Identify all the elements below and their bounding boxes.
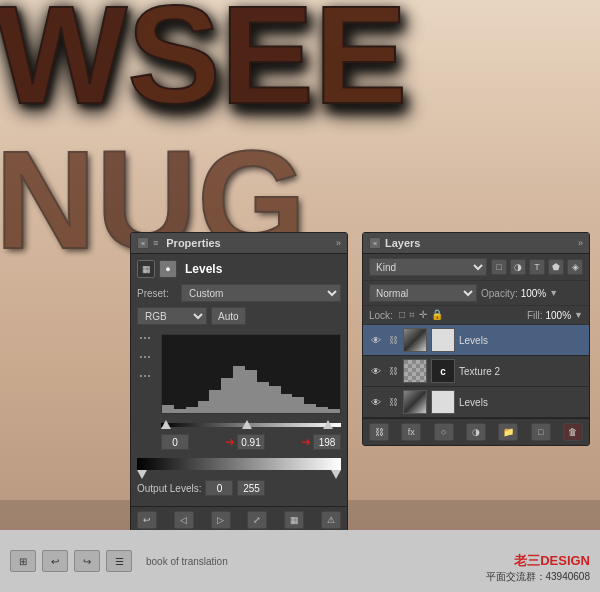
shape-filter-icon[interactable]: ⬟ [548, 259, 564, 275]
layer-link-3: ⛓ [387, 396, 399, 408]
max-arrow-icon: ➜ [301, 435, 311, 449]
layer-item-texture2[interactable]: 👁 ⛓ c Texture 2 [363, 356, 589, 387]
channel-row: RGB Auto [137, 307, 341, 325]
midtone-slider-handle[interactable] [242, 420, 252, 429]
layer-name-levels-2: Levels [459, 397, 583, 408]
bottom-bar: ⊞ ↩ ↪ ☰ book of translation 老三DESIGN 平面交… [0, 530, 600, 592]
opacity-row: Opacity: 100% ▼ [481, 288, 583, 299]
properties-panel-header: × ≡ Properties » [131, 233, 347, 254]
layer-thumbnail-texture2 [403, 359, 427, 383]
lock-pixel-icon[interactable]: □ [399, 309, 405, 321]
output-levels-label: Output Levels: [137, 483, 201, 494]
output-gradient-section [137, 458, 341, 470]
layer-item-levels-2[interactable]: 👁 ⛓ Levels [363, 387, 589, 418]
histogram-container: 0 ➜ 0.91 ➜ 198 [161, 330, 341, 454]
levels-header-row: ▦ ● Levels [137, 260, 341, 278]
layer-name-levels-1: Levels [459, 335, 583, 346]
lock-label: Lock: [369, 310, 393, 321]
lock-row: Lock: □ ⌗ ✛ 🔒 Fill: 100% ▼ [363, 306, 589, 325]
layer-mask-thumbnail-levels-1 [431, 328, 455, 352]
layer-link-1: ⛓ [387, 334, 399, 346]
layers-panel: × Layers » Kind □ ◑ T ⬟ ◈ Normal Opacity… [362, 232, 590, 446]
layer-thumbnail-levels-1 [403, 328, 427, 352]
smartobj-filter-icon[interactable]: ◈ [567, 259, 583, 275]
white-slider-handle[interactable] [323, 420, 333, 429]
type-filter-icon[interactable]: T [529, 259, 545, 275]
brand-name: 老三DESIGN [486, 552, 591, 570]
input-levels-slider[interactable] [161, 418, 341, 432]
levels-toggle-icon[interactable]: ● [159, 260, 177, 278]
link-layers-icon[interactable]: ⛓ [369, 423, 389, 441]
output-max-handle[interactable] [331, 470, 341, 479]
max-value: ➜ 198 [301, 434, 341, 450]
previous-state-icon[interactable]: ◁ [174, 511, 194, 529]
black-value: 0 [161, 434, 189, 450]
output-max-input[interactable] [237, 480, 265, 496]
bottom-icon-4[interactable]: ☰ [106, 550, 132, 572]
opacity-dropdown-icon[interactable]: ▼ [549, 288, 558, 298]
layers-panel-bottom: ⛓ fx ○ ◑ 📁 □ 🗑 [363, 418, 589, 445]
output-min-handle[interactable] [137, 470, 147, 479]
properties-close-button[interactable]: × [137, 237, 149, 249]
add-style-icon[interactable]: fx [401, 423, 421, 441]
fill-value: 100% [546, 310, 572, 321]
canvas-text-row1: WSEE [0, 0, 407, 125]
channel-select[interactable]: RGB [137, 307, 207, 325]
properties-panel-bottom-icons: ↩ ◁ ▷ ⤢ ▦ ⚠ [131, 506, 347, 533]
output-gradient-bar [137, 458, 341, 470]
eyedropper-tools: ⋯ ⋯ ⋯ [137, 330, 153, 454]
fill-dropdown-icon[interactable]: ▼ [574, 310, 583, 320]
layer-visibility-toggle-2[interactable]: 👁 [369, 364, 383, 378]
community-id: 平面交流群：43940608 [486, 570, 591, 584]
next-state-icon[interactable]: ▷ [211, 511, 231, 529]
bottom-icon-3[interactable]: ↪ [74, 550, 100, 572]
new-layer-icon[interactable]: □ [531, 423, 551, 441]
layer-visibility-toggle-3[interactable]: 👁 [369, 395, 383, 409]
max-value-input[interactable]: 198 [313, 434, 341, 450]
adjustment-layer-icon[interactable]: ◑ [466, 423, 486, 441]
layer-link-2: ⛓ [387, 365, 399, 377]
black-eyedropper-button[interactable]: ⋯ [137, 330, 153, 346]
properties-panel: × ≡ Properties » ▦ ● Levels Preset: Cust… [130, 232, 348, 534]
blend-mode-select[interactable]: Normal [369, 284, 477, 302]
properties-adjustment-icon[interactable]: ▦ [284, 511, 304, 529]
lock-all-icon[interactable]: 🔒 [431, 309, 443, 321]
properties-panel-title: Properties [166, 237, 220, 249]
mid-arrow-icon: ➜ [225, 435, 235, 449]
bottom-icon-1[interactable]: ⊞ [10, 550, 36, 572]
lock-icons: □ ⌗ ✛ 🔒 [399, 309, 443, 321]
bottom-icon-2[interactable]: ↩ [42, 550, 68, 572]
preset-select[interactable]: Custom [181, 284, 341, 302]
new-group-icon[interactable]: 📁 [498, 423, 518, 441]
reset-icon[interactable]: ↩ [137, 511, 157, 529]
properties-collapse-button[interactable]: » [336, 238, 341, 248]
layer-mask-thumbnail-texture2: c [431, 359, 455, 383]
black-slider-handle[interactable] [161, 420, 171, 429]
gray-eyedropper-button[interactable]: ⋯ [137, 349, 153, 365]
auto-button[interactable]: Auto [211, 307, 246, 325]
white-eyedropper-button[interactable]: ⋯ [137, 368, 153, 384]
kind-filter-select[interactable]: Kind [369, 258, 487, 276]
delete-layer-icon[interactable]: 🗑 [563, 423, 583, 441]
lock-position-icon[interactable]: ✛ [419, 309, 427, 321]
adjustment-filter-icon[interactable]: ◑ [510, 259, 526, 275]
brand-section: 老三DESIGN 平面交流群：43940608 [486, 552, 591, 584]
output-min-input[interactable] [205, 480, 233, 496]
expand-icon[interactable]: ⤢ [247, 511, 267, 529]
pixel-filter-icon[interactable]: □ [491, 259, 507, 275]
layer-item-levels-1[interactable]: 👁 ⛓ Levels [363, 325, 589, 356]
warning-icon[interactable]: ⚠ [321, 511, 341, 529]
layer-mask-thumbnail-levels-2 [431, 390, 455, 414]
layers-collapse-button[interactable]: » [578, 238, 583, 248]
preset-row: Preset: Custom [137, 284, 341, 302]
add-mask-icon[interactable]: ○ [434, 423, 454, 441]
levels-values-row: 0 ➜ 0.91 ➜ 198 [161, 434, 341, 450]
layer-visibility-toggle-1[interactable]: 👁 [369, 333, 383, 347]
lock-gradient-icon[interactable]: ⌗ [409, 309, 415, 321]
mid-value-input[interactable]: 0.91 [237, 434, 265, 450]
preset-label: Preset: [137, 288, 177, 299]
layers-close-button[interactable]: × [369, 237, 381, 249]
layers-panel-title: Layers [385, 237, 420, 249]
black-value-input[interactable]: 0 [161, 434, 189, 450]
levels-histogram-icon[interactable]: ▦ [137, 260, 155, 278]
